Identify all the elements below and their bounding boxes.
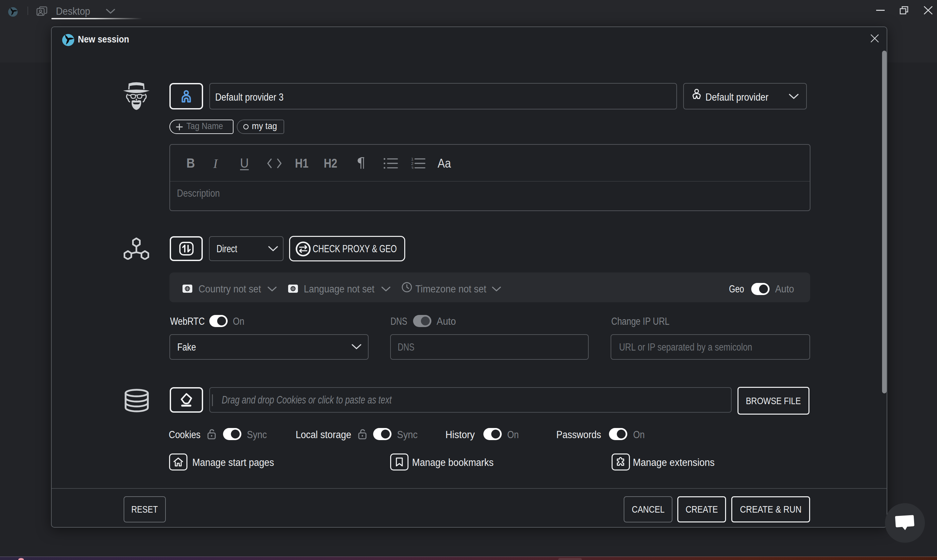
svg-text:3: 3: [411, 166, 414, 169]
svg-text:2: 2: [411, 161, 414, 166]
